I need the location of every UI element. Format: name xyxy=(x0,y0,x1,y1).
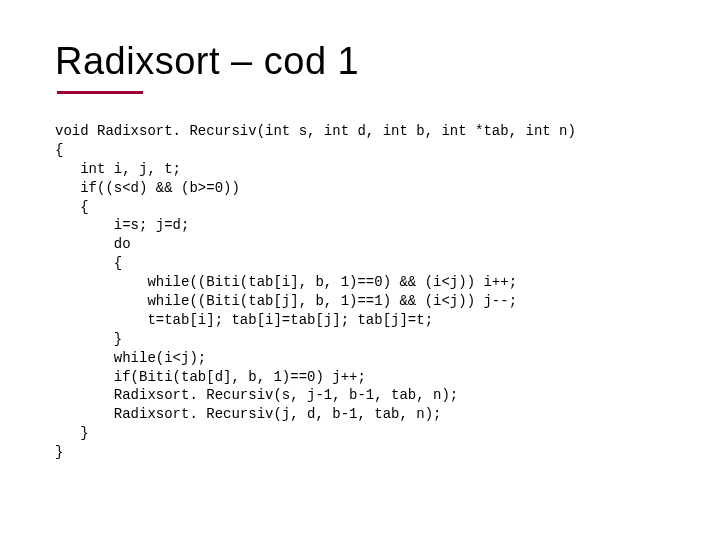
code-line: if(Biti(tab[d], b, 1)==0) j++; xyxy=(55,369,366,385)
code-line: } xyxy=(55,425,89,441)
code-line: { xyxy=(55,142,63,158)
code-line: Radixsort. Recursiv(j, d, b-1, tab, n); xyxy=(55,406,441,422)
code-line: if((s<d) && (b>=0)) xyxy=(55,180,240,196)
slide: Radixsort – cod 1 void Radixsort. Recurs… xyxy=(0,0,720,540)
code-line: } xyxy=(55,331,122,347)
code-line: i=s; j=d; xyxy=(55,217,189,233)
code-line: int i, j, t; xyxy=(55,161,181,177)
code-line: } xyxy=(55,444,63,460)
page-title: Radixsort – cod 1 xyxy=(55,40,665,83)
code-line: void Radixsort. Recursiv(int s, int d, i… xyxy=(55,123,576,139)
code-block: void Radixsort. Recursiv(int s, int d, i… xyxy=(55,122,665,462)
code-line: t=tab[i]; tab[i]=tab[j]; tab[j]=t; xyxy=(55,312,433,328)
code-line: { xyxy=(55,199,89,215)
code-line: while((Biti(tab[j], b, 1)==1) && (i<j)) … xyxy=(55,293,517,309)
code-line: Radixsort. Recursiv(s, j-1, b-1, tab, n)… xyxy=(55,387,458,403)
code-line: while(i<j); xyxy=(55,350,206,366)
code-line: do xyxy=(55,236,131,252)
code-line: { xyxy=(55,255,122,271)
code-line: while((Biti(tab[i], b, 1)==0) && (i<j)) … xyxy=(55,274,517,290)
accent-rule xyxy=(57,91,143,94)
